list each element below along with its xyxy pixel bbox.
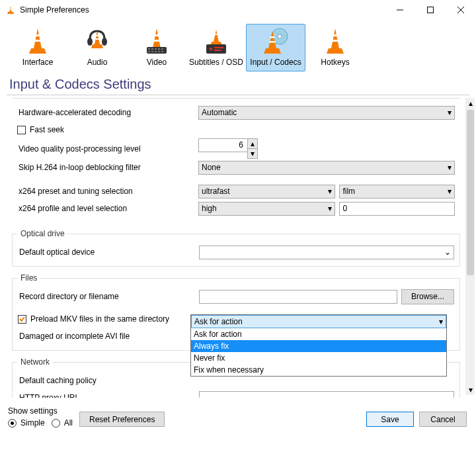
dropdown-option[interactable]: Always fix (191, 340, 446, 352)
svg-rect-32 (270, 36, 275, 38)
svg-point-10 (87, 38, 93, 46)
svg-rect-17 (155, 48, 157, 50)
caching-label: Default caching policy (18, 376, 195, 385)
svg-rect-29 (214, 50, 221, 51)
svg-rect-9 (95, 38, 100, 40)
tab-interface[interactable]: Interface (8, 24, 67, 71)
svg-rect-13 (153, 40, 160, 42)
dropdown-option[interactable]: Never fix (191, 352, 446, 364)
record-dir-label: Record directory or filename (18, 292, 195, 301)
spin-down-icon[interactable]: ▾ (247, 149, 258, 159)
svg-rect-28 (214, 47, 223, 48)
group-legend: Network (18, 357, 52, 367)
hw-decoding-combo[interactable]: Automatic▾ (198, 106, 455, 120)
x264-preset-label: x264 preset and tuning selection (17, 187, 194, 196)
svg-rect-18 (158, 48, 160, 50)
x264-preset-combo[interactable]: ultrafast▾ (198, 185, 335, 199)
group-legend: Optical drive (18, 229, 67, 238)
show-settings-label: Show settings (8, 406, 73, 416)
svg-rect-19 (161, 48, 163, 50)
fast-seek-checkbox[interactable]: Fast seek (17, 125, 64, 134)
record-dir-input[interactable] (199, 290, 397, 304)
svg-rect-20 (148, 51, 150, 52)
skip-264-combo[interactable]: None▾ (198, 161, 455, 175)
svg-point-27 (210, 48, 212, 50)
svg-rect-23 (158, 51, 160, 52)
svg-rect-6 (35, 34, 40, 36)
preload-mkv-checkbox[interactable]: Preload MKV files in the same directory (18, 314, 169, 324)
svg-rect-33 (270, 41, 276, 43)
osd-cone-icon (202, 27, 230, 56)
tab-label: Interface (22, 58, 54, 71)
scrollbar-thumb[interactable] (467, 110, 474, 275)
input-value: 0 (342, 204, 347, 213)
save-button[interactable]: Save (366, 412, 414, 427)
close-button[interactable] (446, 0, 476, 20)
damaged-avi-combo[interactable]: Ask for action ▾ (191, 315, 446, 328)
minimize-button[interactable] (385, 0, 415, 20)
svg-point-11 (102, 38, 107, 46)
section-title: Input & Codecs Settings (0, 73, 476, 95)
scroll-down-icon[interactable]: ▾ (465, 384, 475, 395)
title-bar: Simple Preferences (0, 0, 476, 20)
x264-profile-label: x264 profile and level selection (17, 204, 194, 213)
maximize-button[interactable] (415, 0, 446, 20)
proxy-input[interactable] (199, 391, 454, 398)
optical-device-combo[interactable]: ⌄ (199, 246, 454, 259)
cancel-button[interactable]: Cancel (419, 412, 467, 427)
tab-input-codecs[interactable]: Input / Codecs (246, 24, 305, 71)
tab-subtitles[interactable]: Subtitles / OSD (186, 24, 246, 71)
dropdown-option[interactable]: Ask for action (191, 328, 446, 340)
damaged-avi-label: Damaged or incomplete AVI file (18, 332, 195, 341)
category-tabs: Interface Audio Video Subtitles / OSD In… (0, 20, 476, 73)
scrollbar[interactable]: ▴ ▾ (465, 98, 475, 395)
footer: Show settings Simple All Reset Preferenc… (0, 398, 476, 435)
settings-scroll-area: Hardware-accelerated decoding Automatic▾… (0, 95, 476, 398)
show-simple-radio[interactable]: Simple (8, 418, 45, 428)
spin-up-icon[interactable]: ▴ (247, 138, 258, 149)
headphones-cone-icon (83, 27, 111, 56)
group-optical: Optical drive Default optical device ⌄ (12, 229, 460, 267)
skip-264-label: Skip H.264 in-loop deblocking filter (17, 163, 194, 172)
chevron-down-icon: ▾ (448, 108, 452, 117)
reset-preferences-button[interactable]: Reset Preferences (79, 412, 165, 427)
show-all-radio[interactable]: All (52, 418, 73, 428)
radio-icon (8, 419, 17, 428)
checkbox-label: Fast seek (30, 125, 64, 134)
group-legend: Files (18, 273, 40, 283)
svg-point-31 (278, 34, 282, 38)
svg-rect-1 (9, 10, 12, 11)
svg-rect-24 (161, 51, 163, 52)
svg-rect-14 (147, 47, 167, 54)
dropdown-option[interactable]: Fix when necessary (191, 364, 446, 376)
tab-label: Hotkeys (321, 58, 349, 71)
disc-cone-icon (262, 27, 290, 56)
svg-rect-25 (215, 34, 218, 35)
svg-rect-34 (333, 34, 338, 36)
checkbox-box (18, 315, 26, 324)
browse-button[interactable]: Browse... (401, 289, 454, 304)
post-processing-spinbox[interactable]: 6 ▴▾ (198, 138, 258, 159)
chevron-down-icon: ▾ (439, 317, 443, 326)
spinbox-value: 6 (198, 138, 247, 152)
x264-tune-combo[interactable]: film▾ (339, 185, 455, 199)
radio-label: Simple (20, 418, 45, 428)
tab-audio[interactable]: Audio (67, 24, 127, 71)
post-processing-label: Video quality post-processing level (17, 144, 194, 154)
damaged-avi-dropdown[interactable]: Ask for action ▾ Ask for action Always f… (190, 314, 447, 377)
svg-rect-12 (154, 34, 159, 36)
chevron-down-icon: ▾ (328, 187, 332, 196)
svg-rect-21 (151, 51, 153, 52)
combo-value: film (342, 187, 355, 196)
combo-value: None (202, 163, 221, 172)
x264-profile-combo[interactable]: high▾ (198, 202, 335, 216)
tab-label: Input / Codecs (250, 58, 301, 71)
optical-device-label: Default optical device (18, 248, 195, 257)
tab-video[interactable]: Video (127, 24, 186, 71)
tab-hotkeys[interactable]: Hotkeys (305, 24, 365, 71)
x264-level-input[interactable]: 0 (339, 202, 455, 216)
group-codecs: Hardware-accelerated decoding Automatic▾… (12, 98, 460, 222)
scroll-up-icon[interactable]: ▴ (465, 98, 475, 109)
chevron-down-icon: ▾ (328, 204, 332, 213)
cone-icon (321, 27, 349, 56)
